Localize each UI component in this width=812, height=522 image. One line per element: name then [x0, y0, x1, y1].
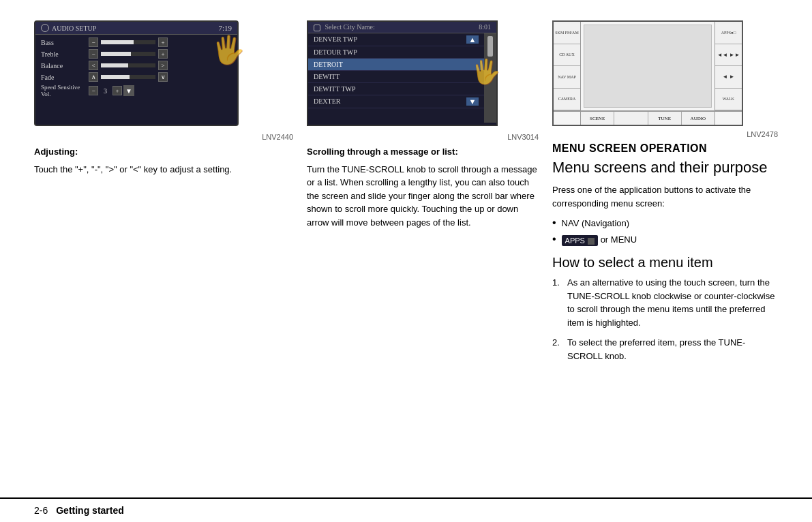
speed-controls: − 3 + ▼ [89, 85, 134, 96]
radio-btn-skip[interactable]: ◄◄ ►► [715, 44, 742, 67]
audio-row-fade: Fade ∧ ∨ [41, 72, 232, 82]
column-2: Select City Name: 8:01 DENVER TWP ▲ [293, 20, 539, 369]
audio-title: AUDIO SETUP [52, 25, 96, 32]
audio-circle-icon [41, 24, 49, 32]
radio-bottom-scene[interactable]: SCENE [581, 112, 614, 125]
balance-left[interactable]: < [89, 61, 98, 70]
numbered-item-2: 2. To select the preferred item, press t… [552, 336, 778, 363]
radio-right-buttons: APPS●□ ◄◄ ►► ◄ ► WALK [715, 22, 742, 110]
scroll-up-arrow[interactable]: ▲ [466, 35, 479, 44]
nav-bullet-text: NAV (Navigation) [562, 218, 629, 228]
radio-btn-prev-next[interactable]: ◄ ► [715, 66, 742, 89]
balance-slider [101, 63, 155, 67]
radio-bottom-right [715, 112, 742, 125]
bass-slider [101, 40, 155, 44]
step-1-text: As an alternative to using the touch scr… [567, 276, 778, 329]
menu-screen-heading: MENU SCREEN OPERATION [552, 142, 778, 155]
column-1: AUDIO SETUP 7:19 Bass − + [34, 20, 293, 369]
balance-label: Balance [41, 62, 89, 70]
audio-header: AUDIO SETUP 7:19 [35, 22, 237, 35]
treble-minus[interactable]: − [89, 49, 98, 59]
radio-bottom-tune[interactable]: TUNE [648, 112, 682, 125]
treble-plus[interactable]: + [158, 49, 168, 59]
apps-badge: APPS [562, 235, 598, 246]
scrolling-heading: Scrolling through a message or list: [307, 147, 458, 157]
speed-value: 3 [104, 87, 107, 95]
figure-city: Select City Name: 8:01 DENVER TWP ▲ [307, 20, 539, 129]
city-row-dewitt-twp[interactable]: DEWITT TWP [308, 83, 484, 95]
col1-text: Adjusting: Touch the "+", "-", ">" or "<… [34, 145, 293, 176]
city-screen: Select City Name: 8:01 DENVER TWP ▲ [307, 20, 498, 126]
bass-plus[interactable]: + [158, 37, 168, 47]
figure-radio: SKM FM/AM CD AUX NAV MAP CAMERA APPS●□ ◄… [552, 20, 778, 126]
audio-time: 7:19 [218, 24, 232, 32]
menu-screens-subheading: Menu screens and their purpose [552, 159, 778, 176]
audio-row-balance: Balance < > [41, 61, 232, 70]
radio-btn-camera[interactable]: CAMERA [554, 89, 580, 111]
radio-bottom-audio[interactable]: AUDIO [682, 112, 715, 125]
treble-controls: − + [89, 49, 168, 59]
fig-caption-2: LNV3014 [307, 133, 539, 141]
fade-down[interactable]: ∨ [158, 72, 168, 82]
bottom-bar: 2-6 Getting started [0, 497, 812, 522]
balance-controls: < > [89, 61, 168, 70]
audio-rows: Bass − + Treble [35, 35, 237, 102]
bass-controls: − + [89, 37, 168, 47]
apps-icon-square [588, 238, 595, 245]
fade-label: Fade [41, 74, 89, 81]
fade-controls: ∧ ∨ [89, 72, 168, 82]
audio-row-speed: Speed Sensitive Vol. − 3 + ▼ [41, 84, 232, 97]
city-screen-icon [314, 25, 320, 31]
balance-right[interactable]: > [158, 61, 168, 70]
treble-label: Treble [41, 50, 89, 58]
treble-fill [101, 52, 131, 56]
radio-btn-nav[interactable]: NAV MAP [554, 66, 580, 89]
speed-plus[interactable]: + [112, 86, 122, 95]
bass-fill [101, 40, 134, 44]
radio-btn-cd[interactable]: CD AUX [554, 44, 580, 67]
numbered-list: 1. As an alternative to using the touch … [552, 276, 778, 363]
radio-btn-skm[interactable]: SKM FM/AM [554, 22, 580, 44]
city-title: Select City Name: [314, 23, 375, 31]
how-to-heading: How to select a menu item [552, 254, 778, 271]
column-3: SKM FM/AM CD AUX NAV MAP CAMERA APPS●□ ◄… [539, 20, 778, 369]
scrolling-body: Turn the TUNE-SCROLL knob to scroll thro… [307, 163, 539, 230]
radio-btn-walk[interactable]: WALK [715, 89, 742, 111]
speed-down-arrow[interactable]: ▼ [123, 85, 134, 96]
page: AUDIO SETUP 7:19 Bass − + [0, 0, 812, 522]
radio-left-buttons: SKM FM/AM CD AUX NAV MAP CAMERA [554, 22, 581, 110]
bass-label: Bass [41, 39, 89, 46]
audio-row-treble: Treble − + [41, 49, 232, 59]
speed-label: Speed Sensitive Vol. [41, 84, 89, 97]
speed-minus[interactable]: − [89, 86, 98, 95]
city-row-dewitt[interactable]: DEWITT [308, 71, 484, 83]
city-list: DENVER TWP ▲ DETOUR TWP DETROIT [308, 33, 484, 123]
city-row-denver[interactable]: DENVER TWP ▲ [308, 33, 484, 46]
adjusting-body: Touch the "+", "-", ">" or "<" key to ad… [34, 163, 293, 176]
bass-minus[interactable]: − [89, 37, 98, 47]
radio-btn-apps[interactable]: APPS●□ [715, 22, 742, 44]
city-row-dexter[interactable]: DEXTER ▼ [308, 95, 484, 108]
scroll-down-arrow[interactable]: ▼ [466, 97, 479, 106]
adjusting-heading: Adjusting: [34, 147, 78, 157]
radio-bottom-left [554, 112, 581, 125]
radio-bottom-knob[interactable] [614, 112, 648, 125]
city-row-detroit[interactable]: DETROIT [308, 59, 484, 71]
treble-slider [101, 52, 155, 56]
fade-up[interactable]: ∧ [89, 72, 98, 82]
bullet-nav: • NAV (Navigation) [552, 217, 778, 229]
scroll-thumb [487, 36, 493, 57]
figure-audio: AUDIO SETUP 7:19 Bass − + [34, 20, 293, 129]
page-number: 2-6 [34, 505, 48, 516]
radio-bottom-controls: SCENE TUNE AUDIO [581, 112, 715, 125]
city-header: Select City Name: 8:01 [308, 22, 496, 33]
city-row-detour[interactable]: DETOUR TWP [308, 46, 484, 59]
numbered-item-1: 1. As an alternative to using the touch … [552, 276, 778, 329]
num-1: 1. [552, 276, 567, 290]
fig-caption-3: LNV2478 [552, 130, 778, 138]
bullet-dot-1: • [552, 217, 556, 229]
step-2-text: To select the preferred item, press the … [567, 336, 778, 363]
city-time: 8:01 [479, 23, 491, 31]
audio-row-bass: Bass − + [41, 37, 232, 47]
radio-bottom-bar: SCENE TUNE AUDIO [554, 111, 742, 125]
